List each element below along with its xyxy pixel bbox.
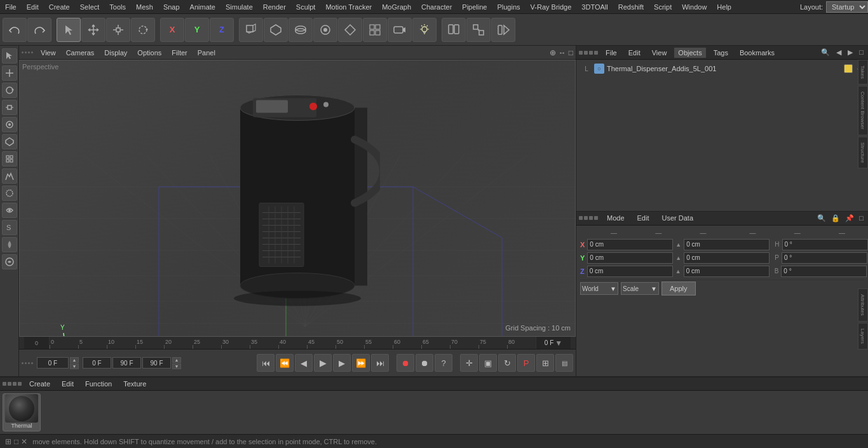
ls-move[interactable] [2,65,17,81]
frame-arrow[interactable]: ▼ [555,339,562,348]
obj-tags-tab[interactable]: Tags [710,48,732,58]
z-axis-button[interactable]: Z [210,18,234,42]
menu-character[interactable]: Character [416,2,457,12]
menu-vray[interactable]: V-Ray Bridge [526,2,577,12]
camera-button[interactable] [388,18,412,42]
viewport-canvas[interactable]: X Y Z [19,60,576,337]
redo-button[interactable] [27,18,51,42]
content-browser-tab[interactable]: Content Browser [858,86,868,135]
ls-btn7[interactable] [2,151,17,166]
mat-create-tab[interactable]: Create [25,379,54,389]
frame-up[interactable]: ▲ [70,357,79,363]
auto-key-btn[interactable]: ⏺ [416,354,433,372]
menu-window[interactable]: Window [677,2,712,12]
filter-menu[interactable]: Filter [169,48,189,57]
menu-help[interactable]: Help [712,2,736,12]
menu-edit[interactable]: Edit [22,2,44,12]
b-field[interactable] [781,266,867,277]
goto-end-btn[interactable]: ⏭ [371,354,389,372]
z-rot-field[interactable] [684,266,770,277]
options-menu[interactable]: Options [135,48,164,57]
motion-btn2[interactable]: ▣ [479,354,497,372]
motion-btn1[interactable]: ✛ [460,354,478,372]
list-item[interactable]: L ○ Thermal_Dispenser_Addis_5L_001 ⋯ [579,62,865,75]
plane-button[interactable] [288,18,313,42]
status-icon2[interactable]: □ [14,437,18,446]
scale-button[interactable] [106,18,130,42]
x-pos-field[interactable] [587,239,673,250]
current-frame-input[interactable] [37,357,69,369]
view-menu[interactable]: View [38,48,58,57]
grid-button[interactable] [363,18,387,42]
obj-objects-tab[interactable]: Objects [674,48,705,58]
rotate-button[interactable] [131,18,155,42]
menu-render[interactable]: Render [258,2,291,12]
vh-icon3[interactable]: □ [569,48,573,57]
panel-back-icon[interactable]: ◀ [834,48,843,57]
attr-expand-icon[interactable]: □ [857,214,865,223]
panel-expand-icon[interactable]: □ [857,48,865,57]
panel-search-icon[interactable]: 🔍 [819,48,832,57]
menu-pipeline[interactable]: Pipeline [457,2,492,12]
y-rot-field[interactable] [684,252,770,264]
attr-pin-icon[interactable]: 📌 [843,214,856,223]
menu-script[interactable]: Script [649,2,677,12]
menu-redshift[interactable]: Redshift [613,2,649,12]
z-pos-field[interactable] [587,266,673,277]
h-field[interactable] [782,239,868,250]
mat-texture-tab[interactable]: Texture [119,379,150,389]
end-frame-input[interactable] [112,357,141,369]
frame-down[interactable]: ▼ [70,363,79,369]
world-dropdown[interactable]: World ▼ [580,282,618,295]
start-frame-input[interactable] [83,357,111,369]
attributes-side-tab[interactable]: Attributes [858,288,868,322]
display-menu[interactable]: Display [102,48,130,57]
next-frame-btn[interactable]: ⏩ [352,354,370,372]
prev-keyframe-btn[interactable]: ◀ [295,354,313,372]
ls-btn11[interactable]: S [2,220,17,235]
panel-forward-icon[interactable]: ▶ [846,48,855,57]
ls-btn12[interactable] [2,237,17,252]
status-icon1[interactable]: ⊞ [5,437,11,446]
scale-dropdown[interactable]: Scale ▼ [621,282,659,295]
light-button[interactable] [412,18,437,42]
mat-function-tab[interactable]: Function [81,379,116,389]
layout-dropdown[interactable]: Startup [826,1,868,13]
panel-menu[interactable]: Panel [195,48,218,57]
prev-frame-btn[interactable]: ⏪ [276,354,294,372]
vh-icon1[interactable]: ⊕ [550,48,556,57]
cube-button[interactable] [239,18,263,42]
anim-btn2[interactable] [466,18,491,42]
apply-button[interactable]: Apply [661,282,696,295]
motion-btn4[interactable]: P [517,354,535,372]
ls-scale[interactable] [2,100,17,115]
menu-mograph[interactable]: MoGraph [377,2,416,12]
y-axis-button[interactable]: Y [185,18,209,42]
ls-rotate[interactable] [2,83,17,98]
motion-btn5[interactable]: ⊞ [536,354,554,372]
cameras-menu[interactable]: Cameras [64,48,97,57]
select-button[interactable] [57,18,81,42]
menu-select[interactable]: Select [75,2,105,12]
ls-btn13[interactable] [2,254,17,269]
diamond-button[interactable] [338,18,362,42]
ls-btn6[interactable] [2,134,17,149]
menu-3dtoall[interactable]: 3DTOAll [576,2,613,12]
layers-side-tab[interactable]: Layers [858,323,868,350]
menu-sculpt[interactable]: Sculpt [291,2,321,12]
anim-record-button[interactable] [442,18,466,42]
frame2-up[interactable]: ▲ [172,357,181,363]
poly-button[interactable] [264,18,288,42]
obj-bookmarks-tab[interactable]: Bookmarks [736,48,778,58]
menu-file[interactable]: File [0,2,22,12]
attr-user-data-tab[interactable]: User Data [658,213,698,223]
key-sel-btn[interactable]: ? [435,354,452,372]
menu-snap[interactable]: Snap [158,2,185,12]
attr-lock-icon[interactable]: 🔒 [829,214,842,223]
obj-edit-tab[interactable]: Edit [625,48,644,58]
ls-btn8[interactable] [2,168,17,184]
menu-motion-tracker[interactable]: Motion Tracker [320,2,377,12]
x-rot-field[interactable] [684,239,770,250]
menu-plugins[interactable]: Plugins [492,2,525,12]
attr-edit-tab[interactable]: Edit [634,213,653,223]
